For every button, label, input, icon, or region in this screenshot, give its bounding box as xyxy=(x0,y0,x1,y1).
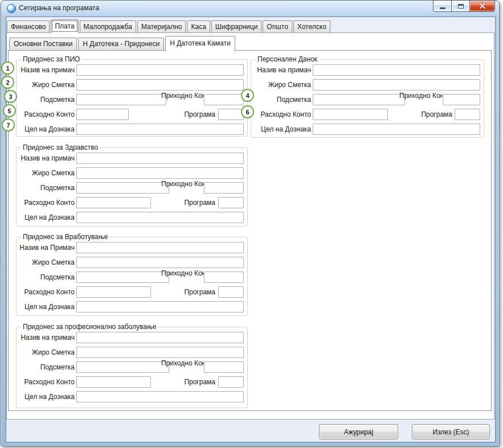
groupbox-personalen-danok: Персонален Данок Назив на примач Жиро См… xyxy=(251,59,484,138)
naziv-input[interactable] xyxy=(76,242,244,253)
ziro-label: Жиро Сметка xyxy=(19,167,75,179)
prihodno-konto-label: Приходно Конто xyxy=(399,92,440,100)
naziv-label: Назив на примач xyxy=(19,64,75,76)
rashodno-konto-input[interactable] xyxy=(313,109,388,120)
naziv-label: Назив на примач xyxy=(19,332,75,343)
exit-button[interactable]: Излез (Esc) xyxy=(412,424,490,439)
close-button[interactable] xyxy=(469,0,495,12)
programa-label: Програма xyxy=(175,286,215,298)
prihodno-konto-label: Приходно Конто xyxy=(161,270,202,277)
cel-na-doznaka-input[interactable] xyxy=(76,124,244,135)
tab-shifrarnici[interactable]: Шифрарници xyxy=(211,20,262,32)
podsmetka-input[interactable] xyxy=(313,94,405,105)
naziv-input[interactable] xyxy=(76,153,244,164)
groupbox-pridones-pio: Придонес за ПИО Назив на примач Жиро Сме… xyxy=(16,59,248,137)
naziv-label: Назив на примач xyxy=(19,153,75,164)
tab-materijalno[interactable]: Материјално xyxy=(137,20,186,32)
prihodno-konto-input[interactable] xyxy=(204,272,244,283)
naziv-label: Назив на Примач xyxy=(19,242,75,253)
tab-hotelsko[interactable]: Хотелско xyxy=(293,20,330,32)
rashodno-konto-label: Расходно Конто xyxy=(19,286,75,298)
groupbox-pridones-vrabotuvanje: Придонес за Вработување Назив на Примач … xyxy=(16,237,248,316)
prihodno-konto-input[interactable] xyxy=(443,94,480,105)
cel-na-doznaka-input[interactable] xyxy=(313,124,480,135)
rashodno-konto-input[interactable] xyxy=(76,286,151,298)
cel-na-doznaka-input[interactable] xyxy=(76,391,244,402)
groupbox-title: Придонес за ПИО xyxy=(21,55,81,63)
naziv-input[interactable] xyxy=(76,64,244,76)
tab-kasa[interactable]: Каса xyxy=(187,20,210,32)
window-title: Сетирања на програмата xyxy=(19,1,99,16)
maximize-icon xyxy=(458,4,464,9)
programa-input[interactable] xyxy=(218,109,244,120)
minimize-button[interactable] xyxy=(433,0,452,12)
programa-input[interactable] xyxy=(455,109,480,120)
callout-6: 6 xyxy=(241,105,254,118)
rashodno-konto-label: Расходно Конто xyxy=(19,376,75,388)
naziv-input[interactable] xyxy=(313,64,480,76)
podsmetka-input[interactable] xyxy=(76,94,166,105)
callout-2: 2 xyxy=(1,76,14,89)
subtab-n-datoteka-kamati[interactable]: Н Датотека Камати xyxy=(165,36,235,51)
callout-7: 7 xyxy=(2,118,15,131)
ziro-smetka-input[interactable] xyxy=(313,79,480,91)
subtab-n-datoteka-pridonesi[interactable]: Н Датотека - Придонеси xyxy=(78,38,164,50)
podsmetka-input[interactable] xyxy=(76,361,169,373)
cel-label: Цел на Дознака xyxy=(19,391,75,402)
prihodno-konto-input[interactable] xyxy=(204,182,244,194)
screen: Сетирања на програмата Финансово Плата М… xyxy=(0,0,503,448)
naziv-label: Назив на примач xyxy=(253,64,311,76)
rashodno-konto-label: Расходно Конто xyxy=(19,109,75,120)
close-icon xyxy=(479,3,486,9)
ziro-smetka-input[interactable] xyxy=(76,79,244,91)
rashodno-konto-input[interactable] xyxy=(76,376,151,388)
sub-tab-strip: Основни Поставки Н Датотека - Придонеси … xyxy=(9,38,235,51)
callout-5: 5 xyxy=(3,104,16,117)
callout-1: 1 xyxy=(1,61,14,75)
programa-label: Програма xyxy=(175,376,215,388)
programa-label: Програма xyxy=(175,197,215,208)
programa-input[interactable] xyxy=(218,197,244,208)
cel-label: Цел на Дознака xyxy=(253,124,311,135)
cel-na-doznaka-input[interactable] xyxy=(76,212,244,223)
titlebar[interactable]: Сетирања на програмата xyxy=(1,1,499,17)
rashodno-konto-label: Расходно Конто xyxy=(253,109,311,120)
groupbox-title: Персонален Данок xyxy=(256,55,319,63)
prihodno-konto-input[interactable] xyxy=(204,361,244,373)
podsmetka-label: Подсметка xyxy=(19,94,75,105)
rashodno-konto-input[interactable] xyxy=(76,109,129,120)
callout-4: 4 xyxy=(241,89,254,102)
naziv-input[interactable] xyxy=(76,332,244,343)
podsmetka-input[interactable] xyxy=(76,182,169,194)
ziro-smetka-input[interactable] xyxy=(76,347,244,358)
groupbox-title: Придонес за Здравство xyxy=(21,143,100,151)
main-tab-strip: Финансово Плата Малопродажба Материјално… xyxy=(7,20,330,33)
subtab-osnovni-postavki[interactable]: Основни Поставки xyxy=(9,38,77,50)
maximize-button[interactable] xyxy=(451,0,470,12)
ziro-label: Жиро Сметка xyxy=(19,257,75,268)
tab-finansovo[interactable]: Финансово xyxy=(7,20,50,32)
podsmetka-label: Подсметка xyxy=(19,182,75,194)
podsmetka-label: Подсметка xyxy=(253,94,311,105)
tab-opshto[interactable]: Општо xyxy=(263,20,292,32)
programa-input[interactable] xyxy=(218,286,244,298)
podsmetka-label: Подсметка xyxy=(19,361,75,373)
rashodno-konto-input[interactable] xyxy=(76,197,151,208)
ziro-smetka-input[interactable] xyxy=(76,167,244,179)
cel-label: Цел на Дознака xyxy=(19,124,75,135)
tab-maloprodazhba[interactable]: Малопродажба xyxy=(80,20,136,32)
cel-na-doznaka-input[interactable] xyxy=(76,301,244,313)
groupbox-pridones-profesionalno: Придонес за професионално заболување Наз… xyxy=(16,327,248,408)
programa-input[interactable] xyxy=(218,376,244,388)
podsmetka-input[interactable] xyxy=(76,272,169,283)
groupbox-pridones-zdravstvo: Придонес за Здравство Назив на примач Жи… xyxy=(16,147,248,227)
prihodno-konto-label: Приходно Конто xyxy=(161,92,202,100)
prihodno-konto-input[interactable] xyxy=(204,94,244,105)
update-button[interactable]: Ажурирај xyxy=(319,424,398,439)
cel-label: Цел на Дознака xyxy=(19,212,75,223)
tab-plata[interactable]: Плата xyxy=(51,19,78,33)
ziro-label: Жиро Сметка xyxy=(19,347,75,358)
podsmetka-label: Подсметка xyxy=(19,272,75,283)
ziro-smetka-input[interactable] xyxy=(76,257,244,268)
groupbox-title: Придонес за професионално заболување xyxy=(21,323,158,331)
